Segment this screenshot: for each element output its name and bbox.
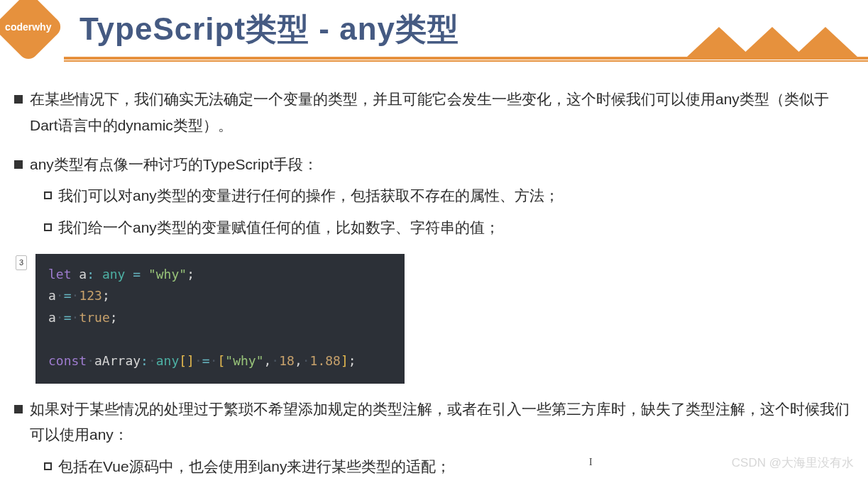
bullet-level2: 我们可以对any类型的变量进行任何的操作，包括获取不存在的属性、方法； (30, 183, 854, 209)
line-count-badge: 3 (16, 255, 27, 270)
brand-logo: coderwhy (0, 0, 65, 63)
bullet-text: 包括在Vue源码中，也会使用到any来进行某些类型的适配； (58, 458, 451, 474)
bullet-level1: 在某些情况下，我们确实无法确定一个变量的类型，并且可能它会发生一些变化，这个时候… (14, 87, 854, 139)
bullet-level1: any类型有点像一种讨巧的TypeScript手段： 我们可以对any类型的变量… (14, 152, 854, 241)
bullet-text: 如果对于某些情况的处理过于繁琐不希望添加规定的类型注解，或者在引入一些第三方库时… (30, 401, 850, 443)
code-block: let a: any = "why"; a·=·123; a·=·true; c… (35, 254, 405, 384)
text-cursor-icon: I (589, 457, 593, 468)
code-snippet: 3 let a: any = "why"; a·=·123; a·=·true;… (14, 254, 854, 384)
bullet-text: 在某些情况下，我们确实无法确定一个变量的类型，并且可能它会发生一些变化，这个时候… (30, 91, 829, 133)
header: coderwhy TypeScript类型 - any类型 (0, 0, 868, 65)
bullet-text: any类型有点像一种讨巧的TypeScript手段： (30, 156, 318, 172)
bullet-level2: 包括在Vue源码中，也会使用到any来进行某些类型的适配； (30, 454, 854, 478)
watermark: CSDN @大海里没有水 (732, 455, 854, 471)
bullet-level1: 如果对于某些情况的处理过于繁琐不希望添加规定的类型注解，或者在引入一些第三方库时… (14, 396, 854, 478)
bullet-text: 我们给一个any类型的变量赋值任何的值，比如数字、字符串的值； (58, 219, 500, 235)
bullet-level2: 我们给一个any类型的变量赋值任何的值，比如数字、字符串的值； (30, 215, 854, 241)
slide-content: 在某些情况下，我们确实无法确定一个变量的类型，并且可能它会发生一些变化，这个时候… (0, 65, 868, 478)
brand-logo-text: coderwhy (5, 21, 51, 33)
bullet-text: 我们可以对any类型的变量进行任何的操作，包括获取不存在的属性、方法； (58, 187, 559, 204)
title-underline (64, 57, 868, 62)
